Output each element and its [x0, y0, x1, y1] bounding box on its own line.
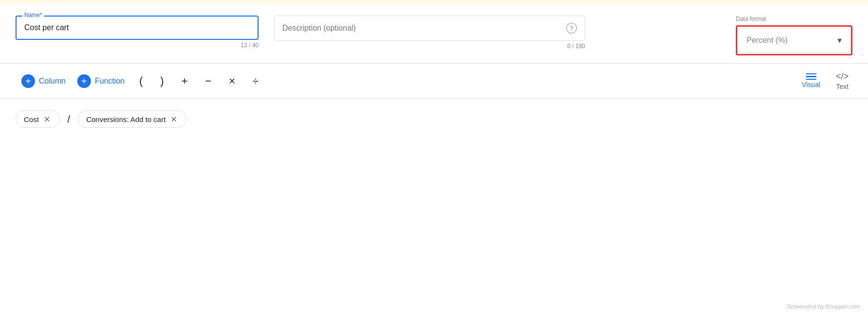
visual-lines-icon [806, 73, 816, 80]
name-char-count: 13 / 40 [16, 42, 259, 49]
data-format-label: Data format [736, 16, 852, 22]
function-btn-label: Function [95, 77, 124, 86]
top-bar [0, 0, 868, 4]
watermark: Screenshot by Knapper.com [787, 303, 860, 310]
visual-view-label: Visual [802, 81, 820, 88]
name-label: Name* [22, 12, 44, 18]
code-icon: </> [836, 71, 849, 82]
name-field-container: Name* [16, 16, 259, 40]
cost-chip-label: Cost [24, 115, 39, 123]
description-input[interactable] [282, 24, 566, 33]
formula-area: Cost ✕ / Conversions: Add to cart ✕ [0, 99, 868, 196]
main-content: Name* 13 / 40 ? 0 / 180 Data format Perc… [0, 4, 868, 55]
close-paren-button[interactable]: ) [152, 71, 173, 91]
name-field-group: Name* 13 / 40 [16, 16, 259, 49]
data-format-select-wrapper: Percent (%) ▾ [736, 25, 852, 55]
conversions-chip-close[interactable]: ✕ [170, 115, 178, 123]
column-btn-label: Column [39, 77, 66, 86]
minus-operator-button[interactable]: − [196, 71, 220, 91]
multiply-operator-button[interactable]: × [220, 71, 244, 91]
data-format-selected-value: Percent (%) [746, 36, 787, 45]
cost-chip-close[interactable]: ✕ [43, 115, 52, 123]
text-view-label: Text [836, 83, 849, 90]
add-column-button[interactable]: + Column [16, 70, 71, 92]
conversions-chip: Conversions: Add to cart ✕ [78, 110, 186, 128]
formula-chips: Cost ✕ / Conversions: Add to cart ✕ [16, 110, 852, 128]
name-input[interactable] [17, 17, 258, 39]
description-char-count: 0 / 180 [274, 43, 585, 50]
formula-divide-operator: / [66, 114, 72, 125]
chevron-down-icon: ▾ [837, 35, 842, 46]
plus-operator-button[interactable]: + [173, 71, 196, 91]
add-function-button[interactable]: + Function [71, 70, 130, 92]
fields-row: Name* 13 / 40 ? 0 / 180 Data format Perc… [16, 16, 852, 55]
visual-view-button[interactable]: Visual [798, 71, 824, 91]
data-format-select[interactable]: Percent (%) ▾ [738, 28, 850, 53]
column-plus-icon: + [21, 74, 35, 88]
view-toggle: Visual </> Text [798, 70, 852, 92]
open-paren-button[interactable]: ( [131, 71, 152, 91]
description-input-wrapper: ? [274, 16, 585, 41]
formula-toolbar: + Column + Function ( ) + − × ÷ Visual <… [0, 64, 868, 99]
data-format-group: Data format Percent (%) ▾ [736, 16, 852, 55]
description-field-group: ? 0 / 180 [274, 16, 585, 50]
cost-chip: Cost ✕ [16, 110, 60, 128]
divide-operator-button[interactable]: ÷ [244, 71, 267, 91]
conversions-chip-label: Conversions: Add to cart [86, 115, 165, 123]
help-icon[interactable]: ? [566, 23, 577, 34]
function-plus-icon: + [77, 74, 91, 88]
text-view-button[interactable]: </> Text [832, 70, 852, 92]
